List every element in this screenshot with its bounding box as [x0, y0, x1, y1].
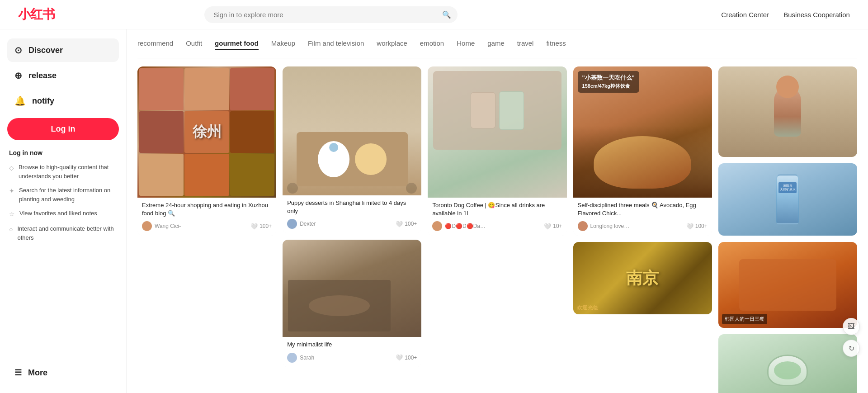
- main-content: recommend Outfit gourmet food Makeup Fil…: [127, 29, 868, 393]
- card-1-body: Extreme 24-hour shopping and eating in X…: [137, 198, 276, 236]
- search-icon[interactable]: 🔍: [442, 10, 451, 19]
- sidebar: ⊙ Discover ⊕ release 🔔 notify Log in Log…: [0, 29, 127, 393]
- card-5-avatar: [578, 221, 588, 231]
- sidebar-item-notify[interactable]: 🔔 notify: [7, 89, 119, 113]
- card-7[interactable]: [718, 66, 857, 157]
- tab-emotion[interactable]: emotion: [420, 38, 444, 50]
- card-2-like-count: 100+: [405, 221, 417, 227]
- search-bar: 🔍: [204, 6, 458, 23]
- card-1[interactable]: 徐州 Extreme 24-hour shopping and eating i…: [137, 66, 276, 236]
- heart-icon-4: 🤍: [544, 223, 551, 230]
- login-now-title: Log in now: [9, 149, 117, 156]
- card-4-footer: 🔴D🔴D🔴Daisy🌸... 🤍 10+: [432, 221, 562, 231]
- card-grid: 徐州 Extreme 24-hour shopping and eating i…: [137, 66, 857, 393]
- card-8[interactable]: 泉阳泉天然矿泉水: [718, 163, 857, 236]
- tab-outfit[interactable]: Outfit: [186, 38, 202, 50]
- tab-workplace[interactable]: workplace: [377, 38, 407, 50]
- card-5-title: Self-disciplined three meals 🍳 Avocado, …: [578, 201, 708, 218]
- login-button[interactable]: Log in: [7, 118, 119, 140]
- card-2-footer: Dexter 🤍 100+: [287, 219, 417, 229]
- sidebar-item-release[interactable]: ⊕ release: [7, 64, 119, 87]
- card-3-title: My minimalist life: [287, 341, 417, 349]
- benefit-search-text: Search for the latest information on pla…: [19, 186, 117, 204]
- card-3-author: Sarah: [287, 353, 314, 363]
- card-1-footer: Wang Cici- 🤍 100+: [142, 221, 272, 231]
- sidebar-bottom: ☰ More: [7, 352, 119, 384]
- tab-recommend[interactable]: recommend: [137, 38, 173, 50]
- card-3-footer: Sarah 🤍 100+: [287, 353, 417, 363]
- header-links: Creation Center Business Cooperation: [721, 11, 850, 19]
- tab-makeup[interactable]: Makeup: [271, 38, 295, 50]
- card-4-author: 🔴D🔴D🔴Daisy🌸...: [432, 221, 486, 231]
- tab-home[interactable]: Home: [457, 38, 475, 50]
- tab-fitness[interactable]: fitness: [546, 38, 566, 50]
- card-3-avatar: [287, 353, 297, 363]
- business-cooperation-link[interactable]: Business Cooperation: [783, 11, 850, 19]
- heart-icon-2: 🤍: [396, 221, 403, 227]
- plus-icon: ⊕: [14, 70, 22, 81]
- star4-icon: ✦: [9, 186, 14, 196]
- card-2-body: Puppy desserts in Shanghai li mited to 4…: [283, 195, 421, 233]
- card-3-likes: 🤍 100+: [396, 354, 417, 361]
- category-tabs: recommend Outfit gourmet food Makeup Fil…: [137, 29, 857, 58]
- card-3-author-name: Sarah: [300, 355, 314, 361]
- card-5-author-name: Longlong loves to e...: [590, 223, 631, 229]
- tab-travel[interactable]: travel: [517, 38, 534, 50]
- login-section: Log in now ◇ Browse to high-quality cont…: [7, 146, 119, 255]
- tab-film-television[interactable]: Film and television: [308, 38, 364, 50]
- card-2[interactable]: Puppy desserts in Shanghai li mited to 4…: [283, 66, 421, 233]
- card-1-author: Wang Cici-: [142, 221, 181, 231]
- card-1-author-name: Wang Cici-: [155, 223, 181, 229]
- card-1-title: Extreme 24-hour shopping and eating in X…: [142, 201, 272, 218]
- benefit-interact: ○ Interact and communicate better with o…: [9, 224, 117, 242]
- card-4-title: Toronto Dog Coffee | 😋Since all drinks a…: [432, 201, 562, 218]
- card-4[interactable]: Toronto Dog Coffee | 😋Since all drinks a…: [428, 66, 566, 236]
- card-5-author: Longlong loves to e...: [578, 221, 631, 231]
- heart-icon-5: 🤍: [686, 223, 693, 230]
- card-5[interactable]: "小基数一天吃什么"158cm/47kg控体饮食 Self-discipline…: [573, 66, 712, 236]
- tab-game[interactable]: game: [487, 38, 505, 50]
- card-4-avatar: [432, 221, 442, 231]
- card-1-like-count: 100+: [259, 223, 272, 229]
- benefit-favorites: ☆ View favorites and liked notes: [9, 209, 117, 219]
- heart-icon-3: 🤍: [396, 354, 403, 361]
- card-5-footer: Longlong loves to e... 🤍 100+: [578, 221, 708, 231]
- card-9[interactable]: 韩国人的一日三餐: [718, 242, 857, 328]
- sidebar-release-label: release: [28, 71, 57, 80]
- card-4-author-name: 🔴D🔴D🔴Daisy🌸...: [445, 223, 486, 229]
- header: 小红书 🔍 Creation Center Business Cooperati…: [0, 0, 868, 29]
- float-image-icon[interactable]: 🖼: [843, 318, 860, 335]
- circle-icon: ○: [9, 225, 13, 234]
- home-icon: ⊙: [14, 45, 22, 56]
- bell-icon: 🔔: [14, 95, 26, 106]
- benefit-browse: ◇ Browse to high-quality content that un…: [9, 163, 117, 180]
- card-2-avatar: [287, 219, 297, 229]
- card-2-author: Dexter: [287, 219, 316, 229]
- search-input[interactable]: [204, 6, 458, 23]
- heart-icon: 🤍: [250, 223, 258, 230]
- sidebar-discover-label: Discover: [28, 46, 63, 55]
- card-3[interactable]: My minimalist life Sarah 🤍 100+: [283, 240, 421, 367]
- float-refresh-icon[interactable]: ↻: [843, 340, 860, 357]
- sidebar-item-discover[interactable]: ⊙ Discover: [7, 38, 119, 62]
- creation-center-link[interactable]: Creation Center: [721, 11, 769, 19]
- card-3-body: My minimalist life Sarah 🤍 100+: [283, 337, 421, 367]
- card-5-likes: 🤍 100+: [686, 223, 708, 230]
- layout: ⊙ Discover ⊕ release 🔔 notify Log in Log…: [0, 29, 868, 393]
- card-4-body: Toronto Dog Coffee | 😋Since all drinks a…: [428, 198, 566, 236]
- card-5-body: Self-disciplined three meals 🍳 Avocado, …: [573, 198, 712, 236]
- card-10[interactable]: [718, 334, 857, 393]
- logo: 小红书: [18, 6, 55, 23]
- card-5-like-count: 100+: [695, 223, 708, 229]
- float-icons: 🖼 ↻: [843, 318, 860, 357]
- card-3-like-count: 100+: [405, 355, 417, 361]
- hamburger-icon: ☰: [14, 368, 22, 378]
- benefit-favorites-text: View favorites and liked notes: [19, 209, 97, 218]
- sidebar-notify-label: notify: [32, 96, 54, 106]
- more-button[interactable]: ☰ More: [7, 361, 119, 384]
- card-4-like-count: 10+: [553, 223, 562, 229]
- card-1-avatar: [142, 221, 152, 231]
- tab-gourmet-food[interactable]: gourmet food: [215, 38, 259, 50]
- card-6[interactable]: 南京 欢迎光临: [573, 242, 712, 314]
- card-4-likes: 🤍 10+: [544, 223, 562, 230]
